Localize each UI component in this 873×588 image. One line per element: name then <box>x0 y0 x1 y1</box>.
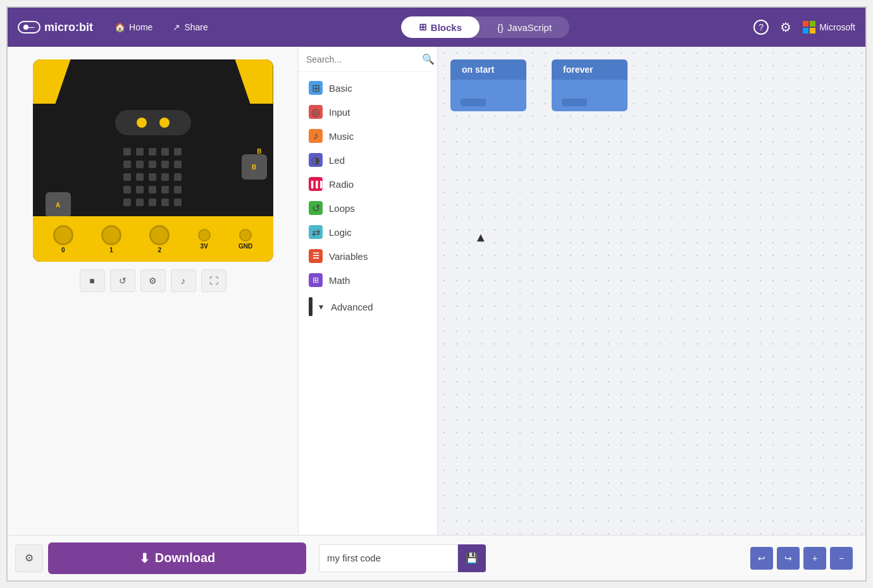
sim-dot <box>123 186 131 193</box>
save-icon: 💾 <box>466 552 478 564</box>
pin-circle-2 <box>149 225 170 245</box>
search-input[interactable] <box>306 54 417 64</box>
zoom-out-icon: − <box>839 553 844 563</box>
cursor: ▲ <box>474 230 487 245</box>
category-music[interactable]: ♪ Music <box>299 124 437 148</box>
restart-icon: ↺ <box>119 276 127 286</box>
project-name-input[interactable] <box>319 544 458 572</box>
sim-pin-1[interactable]: 1 <box>101 225 121 254</box>
sim-settings-button[interactable]: ⚙ <box>140 269 166 292</box>
microsoft-icon <box>803 21 815 34</box>
redo-button[interactable]: ↪ <box>777 547 800 570</box>
sound-button[interactable]: ♪ <box>171 269 196 292</box>
on-start-notch <box>461 99 486 106</box>
sim-pin-2[interactable]: 2 <box>149 225 170 254</box>
category-input[interactable]: ◎ Input <box>299 100 437 124</box>
on-start-header: on start <box>450 59 526 80</box>
sim-dot <box>174 186 182 193</box>
fullscreen-button[interactable]: ⛶ <box>201 269 226 292</box>
sim-dot <box>161 186 169 193</box>
sim-dot <box>161 161 169 168</box>
category-variables[interactable]: ☰ Variables <box>299 244 437 268</box>
sim-display <box>115 110 191 135</box>
category-advanced[interactable]: ▾ Advanced <box>299 292 437 321</box>
blocks-icon: ⊞ <box>419 21 427 33</box>
sim-dot <box>123 161 131 168</box>
sim-dot <box>161 199 169 206</box>
sim-dot-matrix <box>123 148 183 207</box>
sim-pin-0[interactable]: 0 <box>53 225 73 254</box>
logo-icon: — <box>18 21 40 34</box>
category-led[interactable]: ◑ Led <box>299 148 437 172</box>
forever-header: forever <box>552 59 628 80</box>
download-label: Download <box>155 551 216 565</box>
category-list: ⊞ Basic ◎ Input ♪ Music <box>299 72 437 535</box>
forever-block[interactable]: forever <box>552 59 628 111</box>
category-math-label: Math <box>329 275 350 286</box>
math-icon: ⊞ <box>313 276 319 285</box>
zoom-out-button[interactable]: − <box>830 547 853 570</box>
blocks-workspace[interactable]: on start forever ▲ <box>438 47 865 535</box>
sim-dot <box>161 173 169 181</box>
sim-dot <box>123 199 131 206</box>
sim-dot <box>174 173 182 181</box>
restart-button[interactable]: ↺ <box>110 269 135 292</box>
settings-button[interactable]: ⚙ <box>780 20 791 35</box>
fullscreen-icon: ⛶ <box>209 276 218 286</box>
category-basic[interactable]: ⊞ Basic <box>299 76 437 100</box>
forever-notch <box>562 99 587 106</box>
sim-pin-3v[interactable]: 3V <box>198 229 211 250</box>
advanced-color-dot <box>309 297 313 316</box>
download-button[interactable]: ⬇ Download <box>48 542 306 574</box>
pin-label-gnd: GND <box>238 243 252 250</box>
category-logic[interactable]: ⇄ Logic <box>299 220 437 244</box>
button-b[interactable]: B <box>242 154 267 180</box>
category-radio-label: Radio <box>329 179 354 190</box>
redo-icon: ↪ <box>784 553 792 563</box>
undo-icon: ↩ <box>758 553 765 563</box>
pin-circle-1 <box>101 225 121 245</box>
category-loops-label: Loops <box>329 203 355 214</box>
forever-body <box>552 80 628 111</box>
category-basic-label: Basic <box>329 83 352 94</box>
tab-blocks[interactable]: ⊞ Blocks <box>401 16 480 38</box>
download-icon: ⬇ <box>139 551 150 566</box>
button-a[interactable]: A <box>46 192 71 217</box>
sim-pin-bar: 0 1 2 3V GND <box>33 216 273 262</box>
save-button[interactable]: 💾 <box>458 544 486 572</box>
microbit-simulator: A B B A 0 1 <box>33 59 273 262</box>
pin-circle-0 <box>53 225 73 245</box>
tab-javascript[interactable]: {} JavaScript <box>480 16 569 38</box>
nav-links: 🏠 Home ↗ Share <box>106 18 217 36</box>
zoom-in-button[interactable]: + <box>803 547 826 570</box>
category-radio[interactable]: ▐▐▐ Radio <box>299 172 437 196</box>
loops-color-dot: ↺ <box>309 201 323 215</box>
home-button[interactable]: 🏠 Home <box>106 18 161 36</box>
sim-pin-gnd[interactable]: GND <box>238 229 252 250</box>
category-math[interactable]: ⊞ Math <box>299 268 437 292</box>
sim-dot <box>123 148 131 156</box>
button-b-label: B <box>252 164 256 171</box>
category-loops[interactable]: ↺ Loops <box>299 196 437 220</box>
sim-dot <box>149 186 156 193</box>
sim-dot <box>149 199 156 206</box>
bottom-settings-button[interactable]: ⚙ <box>15 544 43 572</box>
input-color-dot: ◎ <box>309 105 323 119</box>
pin-label-0: 0 <box>61 247 65 254</box>
sim-dot <box>149 161 156 168</box>
on-start-block[interactable]: on start <box>450 59 526 111</box>
button-b-flag: B <box>257 148 261 155</box>
share-button[interactable]: ↗ Share <box>164 18 216 36</box>
stop-button[interactable]: ■ <box>80 269 105 292</box>
help-button[interactable]: ? <box>753 20 769 35</box>
sim-eye-left <box>137 118 147 128</box>
search-bar: 🔍 <box>299 47 437 72</box>
pin-label-3v: 3V <box>201 243 208 250</box>
sim-notch-right <box>235 59 273 104</box>
undo-button[interactable]: ↩ <box>750 547 773 570</box>
led-color-dot: ◑ <box>309 153 323 167</box>
pin-small-gnd <box>239 229 252 242</box>
radio-icon: ▐▐▐ <box>309 181 322 188</box>
sim-dot <box>174 161 182 168</box>
variables-color-dot: ☰ <box>309 249 323 263</box>
